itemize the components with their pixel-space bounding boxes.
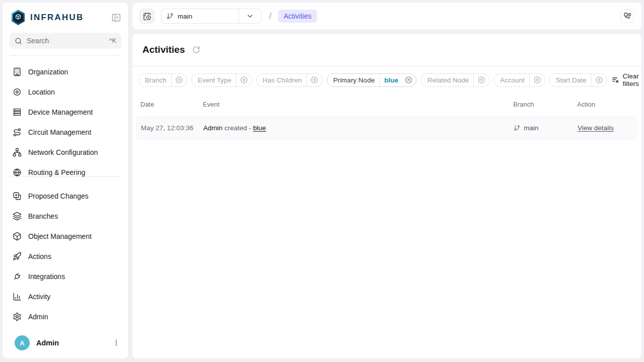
branch-name: main: [178, 13, 192, 20]
view-details-link[interactable]: View details: [578, 124, 614, 132]
column-header-event: Event: [203, 101, 513, 108]
rocket-icon: [13, 252, 22, 261]
sidebar-item-location[interactable]: Location: [7, 82, 124, 102]
route-icon: [13, 128, 22, 137]
schema-visualizer-button[interactable]: [620, 9, 634, 23]
row-branch: main: [514, 124, 578, 132]
building-icon: [13, 67, 22, 76]
user-name: Admin: [36, 339, 59, 347]
filter-chip-start-date[interactable]: Start Date: [549, 73, 607, 87]
remove-filter-icon[interactable]: [401, 76, 416, 84]
column-header-branch: Branch: [513, 101, 577, 108]
cube-icon: [13, 232, 22, 241]
event-actor: Admin: [203, 124, 222, 132]
sidebar-item-admin[interactable]: Admin: [7, 307, 124, 327]
column-header-action: Action: [577, 101, 633, 108]
filter-chip-branch[interactable]: Branch: [138, 73, 187, 87]
sidebar-item-device-management[interactable]: Device Management: [7, 102, 124, 122]
filter-value: blue: [380, 76, 401, 84]
filter-x-icon: [611, 76, 619, 84]
clear-filters-button[interactable]: Clear filters: [611, 72, 639, 87]
gear-icon: [13, 312, 22, 321]
sidebar-item-organization[interactable]: Organization: [7, 62, 124, 82]
row-branch-name: main: [524, 124, 538, 132]
sidebar-nav-primary: Organization Location Device Management: [3, 56, 128, 176]
server-icon: [13, 108, 22, 117]
infrahub-logo-icon: [11, 9, 26, 26]
sidebar-item-routing-peering[interactable]: Routing & Peering: [7, 162, 124, 176]
add-filter-icon: [307, 76, 322, 84]
app-name: INFRAHUB: [30, 13, 84, 23]
add-filter-icon: [236, 76, 252, 84]
add-filter-icon: [530, 76, 545, 84]
breadcrumb-separator: /: [269, 11, 272, 21]
add-filter-icon: [592, 76, 607, 84]
main-panel: Activities Branch Event Type Has Chil: [132, 33, 642, 359]
schema-graph-icon: [623, 12, 631, 20]
filter-chip-has-children[interactable]: Has Children: [256, 73, 323, 87]
filter-chip-primary-node[interactable]: Primary Node blue: [327, 73, 417, 87]
sidebar-item-proposed-changes[interactable]: Proposed Changes: [7, 186, 124, 206]
column-header-date: Date: [140, 101, 203, 108]
filter-chip-event-type[interactable]: Event Type: [191, 73, 252, 87]
refresh-icon: [192, 46, 200, 54]
sidebar-header: INFRAHUB: [3, 3, 128, 31]
row-action: View details: [578, 124, 633, 132]
sidebar-item-branches[interactable]: Branches: [7, 206, 124, 226]
filter-chip-related-node[interactable]: Related Node: [421, 73, 490, 87]
panel-left-close-icon: [111, 13, 121, 23]
event-verb: created -: [224, 124, 251, 132]
chevron-down-icon: [239, 12, 261, 20]
page-header: Activities: [132, 34, 641, 66]
sidebar-item-integrations[interactable]: Integrations: [7, 266, 124, 287]
network-icon: [13, 148, 22, 157]
table-row[interactable]: May 27, 12:03:36 Admin created - blue ma…: [136, 116, 637, 140]
event-object-link[interactable]: blue: [253, 124, 266, 132]
kebab-menu-icon: [112, 339, 120, 347]
top-bar: main / Activities: [132, 2, 642, 30]
user-menu-button[interactable]: [111, 338, 121, 348]
sidebar-item-object-management[interactable]: Object Management: [7, 226, 124, 246]
search-input[interactable]: Search ^K: [10, 33, 121, 49]
user-menu: A Admin: [3, 329, 128, 358]
location-icon: [13, 87, 22, 97]
row-event: Admin created - blue: [203, 124, 514, 132]
bar-chart-icon: [13, 292, 22, 301]
diff-copy-icon: [13, 192, 22, 201]
layers-icon: [13, 212, 22, 221]
sidebar-nav-secondary: Proposed Changes Branches Object Managem…: [3, 177, 128, 327]
filter-bar: Branch Event Type Has Children Primary N…: [132, 66, 641, 93]
row-date: May 27, 12:03:36: [141, 124, 203, 132]
table-header: Date Event Branch Action: [132, 93, 641, 114]
avatar: A: [15, 335, 30, 350]
sidebar-item-circuit-management[interactable]: Circuit Management: [7, 122, 124, 142]
collapse-sidebar-button[interactable]: [110, 12, 122, 24]
branch-selector[interactable]: main: [161, 9, 262, 24]
search-icon: [15, 37, 22, 45]
calendar-clock-icon: [143, 12, 151, 21]
page-title: Activities: [142, 44, 185, 55]
time-travel-button[interactable]: [139, 9, 154, 24]
globe-icon: [13, 168, 22, 176]
plug-icon: [13, 272, 22, 281]
breadcrumb-activities[interactable]: Activities: [278, 10, 317, 23]
sidebar: INFRAHUB Search ^K Organization: [2, 2, 129, 359]
search-placeholder: Search: [27, 37, 49, 45]
search-shortcut: ^K: [109, 37, 116, 44]
filter-chip-account[interactable]: Account: [494, 73, 545, 87]
git-branch-icon: [167, 13, 174, 20]
add-filter-icon: [474, 76, 489, 84]
sidebar-item-network-configuration[interactable]: Network Configuration: [7, 142, 124, 162]
add-filter-icon: [172, 76, 187, 84]
sidebar-item-actions[interactable]: Actions: [7, 246, 124, 266]
sidebar-item-activity[interactable]: Activity: [7, 287, 124, 307]
git-branch-icon: [514, 125, 520, 131]
refresh-button[interactable]: [191, 45, 201, 55]
